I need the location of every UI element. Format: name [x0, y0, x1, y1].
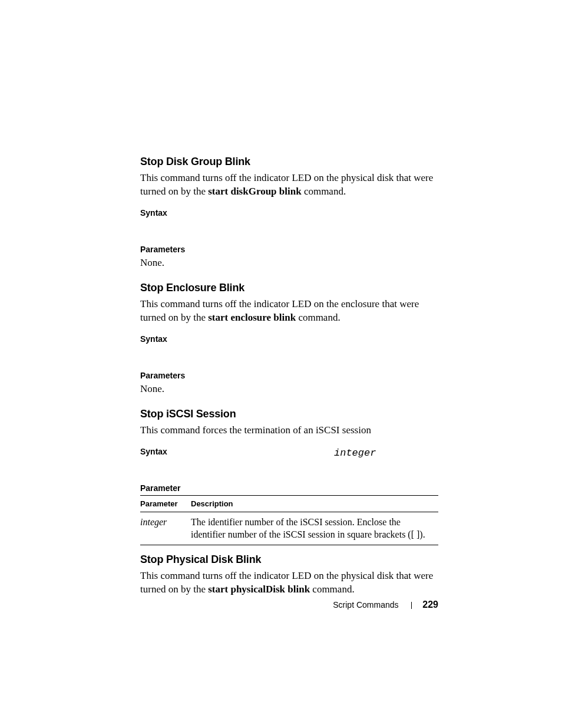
table-header-parameter: Parameter [140, 495, 191, 512]
page-footer: Script Commands 229 [333, 599, 438, 610]
heading-stop-enclosure-blink: Stop Enclosure Blink [140, 282, 438, 294]
body-text: This command turns off the indicator LED… [140, 298, 438, 325]
syntax-token-integer: integer [334, 447, 376, 459]
parameters-none: None. [140, 383, 438, 396]
bold-command: start enclosure blink [208, 312, 296, 323]
subhead-parameters: Parameters [140, 245, 438, 254]
parameters-none: None. [140, 256, 438, 270]
text-fragment: command. [310, 584, 355, 595]
subhead-syntax: Syntax [140, 334, 438, 344]
subhead-parameters: Parameters [140, 371, 438, 380]
footer-section-name: Script Commands [333, 600, 398, 610]
subhead-syntax: Syntax [140, 208, 438, 218]
param-name: integer [140, 512, 191, 545]
subhead-syntax: Syntax [140, 447, 438, 456]
text-fragment: command. [302, 186, 346, 197]
body-text: This command turns off the indicator LED… [140, 569, 438, 597]
parameter-table: Parameter Description integer The identi… [140, 495, 438, 545]
document-page: Stop Disk Group Blink This command turns… [0, 0, 562, 728]
heading-stop-disk-group-blink: Stop Disk Group Blink [140, 156, 438, 168]
table-header-row: Parameter Description [140, 495, 438, 512]
heading-stop-iscsi-session: Stop iSCSI Session [140, 408, 438, 420]
bold-command: start physicalDisk blink [208, 584, 310, 595]
table-header-description: Description [191, 495, 438, 512]
text-fragment: command. [296, 312, 340, 323]
subhead-parameter: Parameter [140, 483, 438, 493]
footer-page-number: 229 [422, 599, 438, 610]
heading-stop-physical-disk-blink: Stop Physical Disk Blink [140, 554, 438, 566]
body-text: This command turns off the indicator LED… [140, 172, 438, 199]
body-text: This command forces the termination of a… [140, 424, 438, 437]
footer-separator [411, 602, 412, 609]
table-row: integer The identifier number of the iSC… [140, 512, 438, 545]
param-description: The identifier number of the iSCSI sessi… [191, 512, 438, 545]
bold-command: start diskGroup blink [208, 186, 301, 197]
